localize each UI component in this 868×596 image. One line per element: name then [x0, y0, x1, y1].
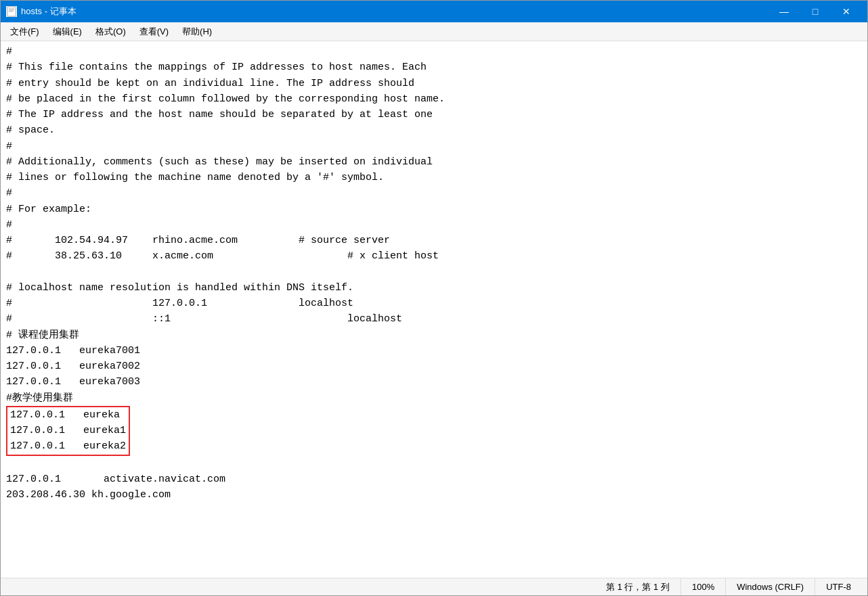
minimize-button[interactable]: — — [768, 1, 800, 22]
title-bar: hosts - 记事本 — □ ✕ — [1, 1, 867, 22]
line-ending: Windows (CRLF) — [725, 578, 815, 595]
maximize-button[interactable]: □ — [800, 1, 831, 22]
app-icon — [6, 6, 17, 17]
window-title: hosts - 记事本 — [21, 5, 768, 18]
window-controls: — □ ✕ — [768, 1, 862, 22]
encoding: UTF-8 — [815, 578, 862, 595]
cursor-position: 第 1 行，第 1 列 — [595, 578, 680, 595]
menu-format[interactable]: 格式(O) — [89, 23, 133, 41]
menu-bar: 文件(F) 编辑(E) 格式(O) 查看(V) 帮助(H) — [1, 22, 867, 41]
line-1: # # This file contains the mappings of I… — [6, 46, 445, 404]
status-bar: 第 1 行，第 1 列 100% Windows (CRLF) UTF-8 — [1, 578, 867, 595]
content-area: # # This file contains the mappings of I… — [1, 41, 867, 578]
highlighted-lines: 127.0.0.1 eureka 127.0.0.1 eureka1 127.0… — [6, 406, 130, 456]
menu-edit[interactable]: 编辑(E) — [46, 23, 89, 41]
line-after: 127.0.0.1 activate.navicat.com 203.208.4… — [6, 474, 225, 501]
zoom-level: 100% — [680, 578, 725, 595]
notepad-window: hosts - 记事本 — □ ✕ 文件(F) 编辑(E) 格式(O) 查看(V… — [0, 0, 868, 596]
menu-view[interactable]: 查看(V) — [133, 23, 175, 41]
close-button[interactable]: ✕ — [831, 1, 862, 22]
menu-file[interactable]: 文件(F) — [3, 23, 46, 41]
menu-help[interactable]: 帮助(H) — [175, 23, 219, 41]
text-editor[interactable]: # # This file contains the mappings of I… — [1, 41, 867, 578]
